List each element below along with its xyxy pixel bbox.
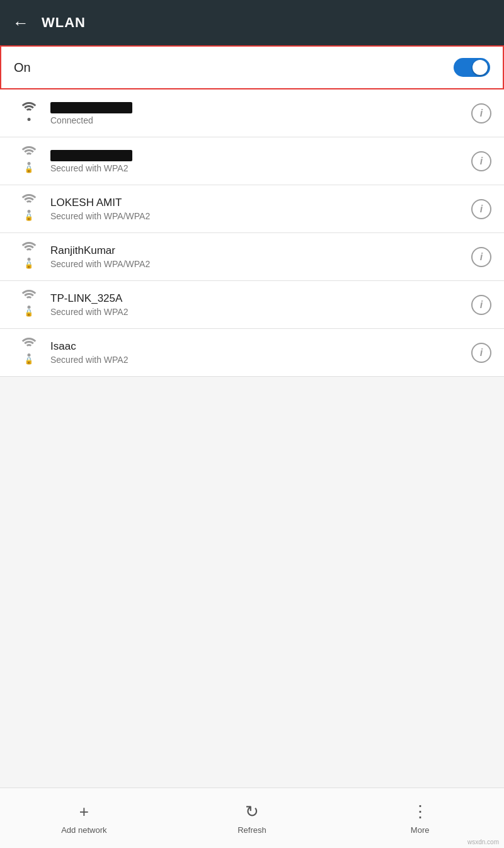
- network-name-5: Isaac: [50, 340, 471, 353]
- wifi-arc-3-2: [25, 200, 33, 208]
- wifi-icon-wrap-2: 🔒: [13, 197, 45, 221]
- network-status-1: Secured with WPA2: [50, 163, 471, 173]
- wifi-icon-3: [18, 244, 40, 262]
- wifi-icon-wrap-3: 🔒: [13, 244, 45, 269]
- network-info-button-1[interactable]: i: [471, 151, 491, 171]
- network-info-button-5[interactable]: i: [471, 343, 491, 363]
- back-button[interactable]: ←: [13, 13, 29, 33]
- refresh-icon: ↻: [245, 802, 259, 822]
- wifi-icon-4: [18, 292, 40, 310]
- network-list-item[interactable]: 🔒 TP-LINK_325A Secured with WPA2 i: [0, 281, 504, 329]
- network-info-0: Connected: [45, 101, 471, 125]
- watermark: wsxdn.com: [467, 839, 499, 845]
- wifi-icon-2: [18, 197, 40, 214]
- wlan-toggle-row: On: [0, 45, 504, 89]
- add-network-button[interactable]: + Add network: [0, 802, 168, 835]
- add-network-label: Add network: [61, 825, 106, 835]
- network-info-button-3[interactable]: i: [471, 247, 491, 267]
- network-name-0: [50, 101, 471, 113]
- wifi-dot-1: [28, 162, 31, 165]
- network-info-4: TP-LINK_325A Secured with WPA2: [45, 292, 471, 317]
- network-name-4: TP-LINK_325A: [50, 292, 471, 305]
- network-status-0: Connected: [50, 115, 471, 125]
- network-info-1: Secured with WPA2: [45, 149, 471, 173]
- wifi-arc-3-1: [25, 152, 33, 160]
- network-name-2: LOKESH AMIT: [50, 197, 471, 209]
- network-name-3: RanjithKumar: [50, 244, 471, 257]
- wifi-icon-wrap-1: 🔒: [13, 149, 45, 173]
- network-info-2: LOKESH AMIT Secured with WPA/WPA2: [45, 197, 471, 221]
- network-info-button-2[interactable]: i: [471, 199, 491, 219]
- network-info-5: Isaac Secured with WPA2: [45, 340, 471, 365]
- wifi-arc-3-0: [25, 108, 33, 116]
- network-info-3: RanjithKumar Secured with WPA/WPA2: [45, 244, 471, 269]
- add-network-icon: +: [79, 802, 89, 822]
- network-status-3: Secured with WPA/WPA2: [50, 259, 471, 269]
- wifi-dot-3: [28, 258, 31, 261]
- network-list-item[interactable]: Connected i: [0, 89, 504, 137]
- network-name-1: [50, 149, 471, 161]
- wifi-dot-5: [28, 353, 31, 357]
- network-name-text-2: LOKESH AMIT: [50, 197, 122, 209]
- wifi-icon-wrap-0: [13, 105, 45, 122]
- bottom-bar: + Add network ↻ Refresh ⋮ More: [0, 788, 504, 848]
- toggle-label: On: [14, 60, 31, 75]
- refresh-button[interactable]: ↻ Refresh: [168, 802, 336, 835]
- network-status-2: Secured with WPA/WPA2: [50, 211, 471, 221]
- network-list-item[interactable]: 🔒 Secured with WPA2 i: [0, 137, 504, 185]
- network-name-text-4: TP-LINK_325A: [50, 292, 122, 304]
- more-label: More: [411, 825, 430, 835]
- network-info-button-0[interactable]: i: [471, 103, 491, 123]
- toggle-thumb: [472, 60, 488, 75]
- wifi-icon-5: [18, 340, 40, 358]
- network-list-item[interactable]: 🔒 LOKESH AMIT Secured with WPA/WPA2 i: [0, 185, 504, 233]
- wifi-dot-0: [28, 118, 31, 121]
- network-info-button-4[interactable]: i: [471, 295, 491, 315]
- wifi-icon-0: [18, 105, 40, 122]
- network-status-4: Secured with WPA2: [50, 307, 471, 317]
- network-name-text-5: Isaac: [50, 340, 76, 352]
- network-name-text-3: RanjithKumar: [50, 244, 115, 256]
- more-button[interactable]: ⋮ More: [336, 802, 504, 835]
- wifi-dot-4: [28, 306, 31, 309]
- wifi-arc-3-5: [25, 344, 33, 352]
- hidden-name-0: [50, 102, 132, 113]
- page-title: WLAN: [42, 14, 86, 31]
- wifi-dot-2: [28, 210, 31, 213]
- header: ← WLAN: [0, 0, 504, 45]
- wifi-icon-wrap-4: 🔒: [13, 292, 45, 317]
- network-list: Connected i 🔒 Secured with WPA2 i: [0, 89, 504, 788]
- wifi-arc-3-4: [25, 296, 33, 304]
- wifi-arc-3-3: [25, 248, 33, 256]
- wifi-icon-wrap-5: 🔒: [13, 340, 45, 365]
- wlan-toggle[interactable]: [454, 58, 490, 77]
- network-list-item[interactable]: 🔒 RanjithKumar Secured with WPA/WPA2 i: [0, 233, 504, 281]
- network-list-item[interactable]: 🔒 Isaac Secured with WPA2 i: [0, 329, 504, 377]
- wifi-icon-1: [18, 149, 40, 166]
- refresh-label: Refresh: [238, 825, 266, 835]
- hidden-name-1: [50, 150, 132, 161]
- more-icon: ⋮: [412, 802, 428, 822]
- network-status-5: Secured with WPA2: [50, 355, 471, 365]
